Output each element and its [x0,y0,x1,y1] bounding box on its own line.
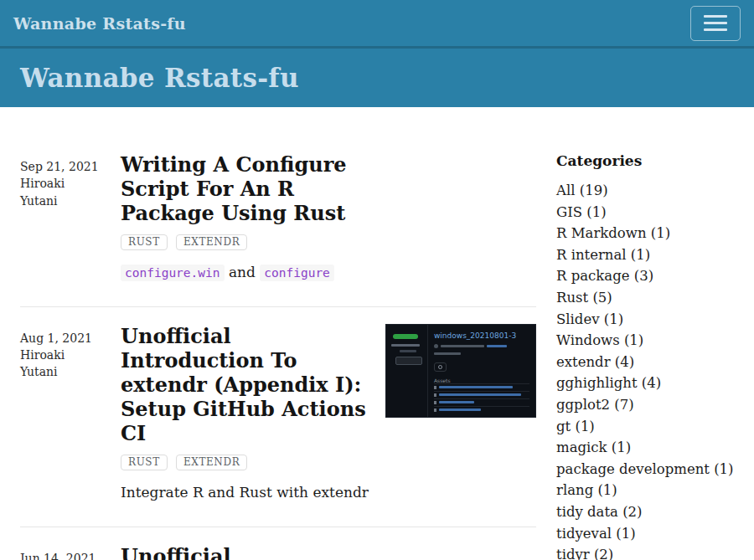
tag-list: RUST EXTENDR [121,453,372,470]
page-title: Wannabe Rstats-fu [20,63,299,93]
post-title-link[interactable]: Unofficial Introduction To extendr (Appe… [121,324,372,445]
file-icon [434,408,436,412]
tag-rust[interactable]: RUST [121,455,168,470]
category-gghighlight[interactable]: gghighlight (4) [556,372,734,394]
asset-link [439,386,513,388]
run-id-text [434,352,461,355]
category-magick[interactable]: magick (1) [556,437,734,459]
inline-code: configure.win [121,265,225,281]
release-byline [434,344,529,348]
post-item-3: Jun 14, 2021 Hiroaki Yutani Unofficial I… [20,544,536,560]
inline-code: configure [260,265,334,281]
category-tidy-data[interactable]: tidy data (2) [556,501,734,523]
category-gis[interactable]: GIS (1) [556,202,734,223]
post-description: configure.win and configure [121,262,372,283]
category-tidyeval[interactable]: tidyeval (1) [556,523,734,545]
post-body: Unofficial Introduction To extendr (Appe… [121,324,372,503]
post-meta: Jun 14, 2021 Hiroaki Yutani [20,544,121,560]
avatar [434,344,438,348]
site-header: Wannabe Rstats-fu [0,49,754,107]
latest-release-badge [393,334,418,339]
hamburger-menu-button[interactable] [690,6,741,41]
asset-link-row [434,398,529,406]
tag-extendr[interactable]: EXTENDR [176,234,247,250]
main-content: Sep 21, 2021 Hiroaki Yutani Writing A Co… [0,107,754,560]
category-slidev[interactable]: Slidev (1) [556,309,734,331]
menu-icon [704,22,727,24]
file-icon [434,401,436,404]
post-title-link[interactable]: Unofficial Introduction To extendr (3): … [121,544,372,560]
assets-label: Assets [434,378,529,383]
asset-link-row [434,391,529,398]
menu-icon [704,15,727,18]
category-r-markdown[interactable]: R Markdown (1) [556,223,734,244]
post-date: Aug 1, 2021 [20,330,121,347]
category-rust[interactable]: Rust (5) [556,287,734,309]
category-all[interactable]: All (19) [556,180,734,202]
post-author: Hiroaki [20,347,121,363]
byline-link [487,345,507,347]
post-thumbnail-github-release[interactable]: windows_20210801-3 Assets [385,324,536,418]
thumbnail-body: windows_20210801-3 Assets [428,325,535,417]
post-body: Writing A Configure Script For An R Pack… [121,152,372,283]
category-r-package[interactable]: R package (3) [556,265,734,287]
asset-link [439,401,474,403]
post-date: Jun 14, 2021 [20,550,121,560]
post-divider [20,306,536,307]
asset-link-row [434,383,529,391]
commit-hash-line [400,350,416,352]
menu-icon [704,28,727,31]
navbar-brand-link[interactable]: Wannabe Rstats-fu [13,14,186,33]
category-gt[interactable]: gt (1) [556,416,734,438]
thumbnail-sidebar [386,325,428,417]
tag-extendr[interactable]: EXTENDR [176,455,247,470]
release-title: windows_20210801-3 [434,331,529,340]
tag-rust[interactable]: RUST [121,234,168,250]
tag-list: RUST EXTENDR [121,233,372,250]
category-tidyr[interactable]: tidyr (2) [556,544,734,560]
post-body: Unofficial Introduction To extendr (3): … [121,544,372,560]
post-description: Integrate R and Rust with extendr [121,482,372,503]
top-navbar: Wannabe Rstats-fu [0,0,754,49]
category-r-internal[interactable]: R internal (1) [556,244,734,266]
category-list: All (19) GIS (1) R Markdown (1) R intern… [556,180,734,560]
smiley-icon [438,365,442,369]
post-author: Yutani [20,193,121,209]
compare-button [395,357,422,365]
asset-link [439,408,481,411]
post-item-2: Aug 1, 2021 Hiroaki Yutani Unofficial In… [20,324,536,503]
post-date: Sep 21, 2021 [20,158,121,175]
categories-heading: Categories [556,152,734,169]
post-meta: Aug 1, 2021 Hiroaki Yutani [20,324,121,503]
category-windows[interactable]: Windows (1) [556,330,734,352]
reaction-button [434,362,447,372]
category-ggplot2[interactable]: ggplot2 (7) [556,394,734,416]
asset-link-row [434,406,529,414]
post-divider [20,527,536,527]
byline-text [441,345,484,347]
categories-sidebar: Categories All (19) GIS (1) R Markdown (… [556,152,734,560]
post-list: Sep 21, 2021 Hiroaki Yutani Writing A Co… [20,152,536,560]
category-package-development[interactable]: package development (1) [556,459,734,480]
post-author: Hiroaki [20,175,121,192]
post-item-1: Sep 21, 2021 Hiroaki Yutani Writing A Co… [20,152,536,283]
file-icon [434,393,436,397]
description-text: and [225,264,261,280]
file-icon [434,386,436,389]
category-rlang[interactable]: rlang (1) [556,480,734,501]
asset-link [439,393,521,396]
post-meta: Sep 21, 2021 Hiroaki Yutani [20,152,121,283]
category-extendr[interactable]: extendr (4) [556,352,734,373]
release-tag-line [391,344,420,347]
post-title-link[interactable]: Writing A Configure Script For An R Pack… [121,152,372,225]
post-author: Yutani [20,363,121,380]
